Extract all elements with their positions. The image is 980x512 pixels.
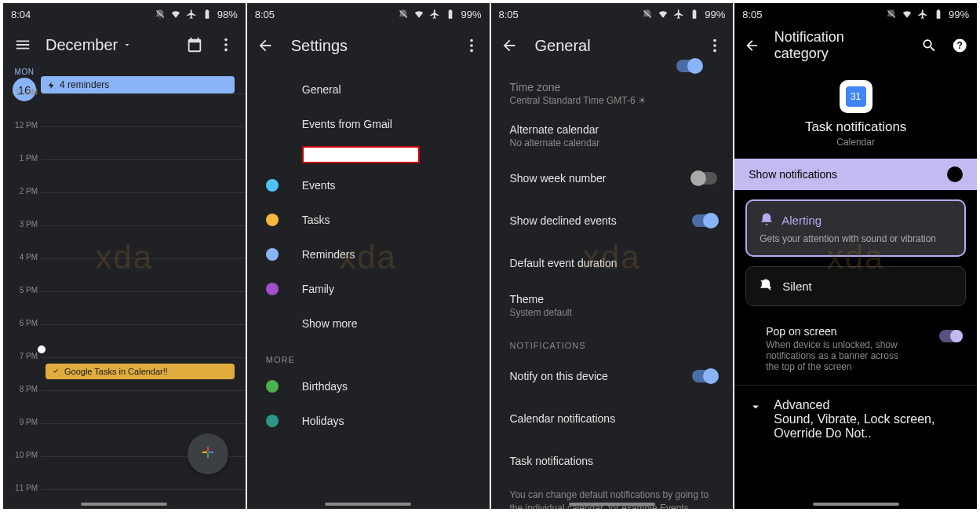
- settings-item-family[interactable]: Family: [247, 272, 490, 306]
- search-icon[interactable]: [921, 37, 937, 54]
- airplane-icon: [429, 9, 440, 20]
- hour-label: 10 PM: [6, 451, 38, 459]
- label: Theme: [510, 293, 545, 305]
- status-time: 8:05: [255, 9, 275, 20]
- alerting-subtitle: Gets your attention with sound or vibrat…: [760, 233, 952, 244]
- status-time: 8:05: [742, 9, 762, 20]
- hour-label: 5 PM: [6, 286, 38, 294]
- settings-item-holidays[interactable]: Holidays: [247, 404, 490, 438]
- nav-pill[interactable]: [81, 503, 167, 506]
- pop-subtitle: When device is unlocked, show notificati…: [766, 339, 907, 372]
- notif-header: Notification category ?: [734, 25, 977, 66]
- airplane-icon: [917, 9, 928, 20]
- overflow-icon[interactable]: [463, 37, 480, 54]
- today-icon[interactable]: [186, 36, 203, 53]
- back-icon[interactable]: [257, 37, 274, 54]
- label: Time zone: [510, 81, 561, 93]
- color-dot: [266, 380, 279, 393]
- wifi-icon: [902, 9, 913, 20]
- dnd-icon: [886, 9, 897, 20]
- item-declined-events[interactable]: Show declined events: [491, 199, 734, 242]
- hour-label: 6 PM: [6, 319, 38, 327]
- item-timezone[interactable]: Time zone Central Standard Time GMT-6 ☀: [491, 72, 734, 115]
- battery-icon: [689, 9, 700, 20]
- status-bar: 8:05 99%: [491, 3, 734, 25]
- settings-item-events-gmail[interactable]: Events from Gmail: [247, 107, 490, 141]
- hour-label: 11 AM: [6, 88, 38, 97]
- settings-item-tasks[interactable]: Tasks: [247, 203, 490, 237]
- month-dropdown[interactable]: December: [46, 36, 132, 54]
- settings-header: Settings: [247, 25, 490, 66]
- item-default-duration[interactable]: Default event duration: [491, 242, 734, 284]
- label: Holidays: [302, 415, 344, 427]
- general-title: General: [535, 37, 591, 55]
- hamburger-icon[interactable]: [14, 36, 31, 53]
- status-icons: 99%: [886, 9, 969, 20]
- pop-toggle[interactable]: [939, 330, 963, 342]
- label: Task notifications: [510, 455, 594, 467]
- battery-icon: [933, 9, 944, 20]
- nav-pill[interactable]: [813, 503, 899, 506]
- show-notifications-row[interactable]: Show notifications: [734, 159, 977, 190]
- alerting-card[interactable]: Alerting Gets your attention with sound …: [745, 199, 966, 257]
- label: Birthdays: [302, 380, 348, 393]
- bell-off-icon: [759, 278, 773, 294]
- item-week-number[interactable]: Show week number: [491, 157, 734, 199]
- svg-point-7: [713, 44, 716, 47]
- notif-title: Notification category: [774, 29, 893, 62]
- item-calendar-notifications[interactable]: Calendar notifications: [491, 397, 734, 440]
- battery-icon: [202, 9, 213, 20]
- nav-pill[interactable]: [325, 503, 411, 506]
- toggle-on[interactable]: [692, 214, 717, 227]
- item-notify-device[interactable]: Notify on this device: [491, 355, 734, 397]
- sublabel: System default: [510, 307, 572, 318]
- create-fab[interactable]: [188, 433, 228, 474]
- calendar-header: December: [3, 25, 246, 64]
- battery-pct: 98%: [217, 9, 238, 20]
- settings-item-showmore[interactable]: Show more: [247, 306, 490, 341]
- dnd-icon: [155, 9, 166, 20]
- help-icon[interactable]: ?: [952, 37, 967, 54]
- advanced-title: Advanced: [774, 398, 962, 412]
- alerting-title: Alerting: [781, 214, 822, 227]
- item-alternate-calendar[interactable]: Alternate calendar No alternate calendar: [491, 115, 734, 157]
- toggle-off[interactable]: [692, 172, 717, 185]
- overflow-icon[interactable]: [706, 37, 723, 54]
- item-theme[interactable]: Theme System default: [491, 284, 734, 327]
- settings-item-birthdays[interactable]: Birthdays: [247, 369, 490, 404]
- hour-label: 1 PM: [6, 154, 38, 163]
- task-chip[interactable]: Google Tasks in Calendar!!: [46, 364, 235, 379]
- nav-pill[interactable]: [569, 503, 655, 506]
- show-notifications-toggle[interactable]: [936, 166, 963, 182]
- redacted-item: [302, 146, 420, 163]
- label: Default event duration: [510, 257, 618, 269]
- item-task-notifications[interactable]: Task notifications: [491, 440, 734, 482]
- hour-label: 2 PM: [6, 187, 38, 196]
- settings-item-events[interactable]: Events: [247, 168, 490, 203]
- airplane-icon: [673, 9, 684, 20]
- toggle-on[interactable]: [692, 370, 717, 382]
- color-dot: [266, 214, 279, 226]
- svg-point-1: [224, 43, 228, 46]
- settings-item-reminders[interactable]: Reminders: [247, 237, 490, 272]
- settings-item-general[interactable]: General: [247, 72, 490, 107]
- pop-on-screen-row[interactable]: Pop on screen When device is unlocked, s…: [734, 316, 977, 382]
- status-bar: 8:04 98%: [3, 3, 246, 25]
- back-icon[interactable]: [501, 37, 518, 54]
- silent-label: Silent: [782, 280, 812, 293]
- advanced-row[interactable]: Advanced Sound, Vibrate, Lock screen, Ov…: [734, 389, 977, 450]
- status-icons: 99%: [398, 9, 481, 20]
- label: Show more: [302, 317, 358, 330]
- overflow-icon[interactable]: [217, 36, 235, 53]
- battery-pct: 99%: [705, 9, 725, 20]
- svg-point-4: [470, 44, 473, 47]
- calendar-icon: 31: [846, 86, 866, 107]
- back-icon[interactable]: [744, 37, 760, 54]
- silent-card[interactable]: Silent: [745, 266, 966, 306]
- label: Family: [302, 283, 334, 295]
- wifi-icon: [658, 9, 669, 20]
- dropdown-icon: [122, 40, 132, 49]
- hour-label: 11 PM: [6, 484, 38, 492]
- airplane-icon: [186, 9, 197, 20]
- dnd-icon: [642, 9, 653, 20]
